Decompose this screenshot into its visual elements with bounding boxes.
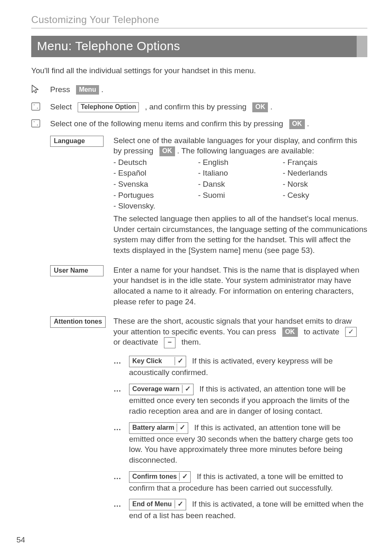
confirm-tones-name: Confirm tones — [129, 472, 179, 482]
press-label: Press — [50, 85, 70, 94]
select-label-1: Select — [50, 102, 72, 111]
lang-col1-2: - Svenska — [113, 179, 198, 190]
check-icon: ✓ — [177, 423, 188, 433]
check-chip-activate: ✓ — [345, 327, 357, 337]
coverage-warn-chip: Coverage warn✓ — [129, 384, 194, 395]
attention-intro-d: them. — [181, 338, 201, 346]
section-title: Menu: Telephone Options — [37, 39, 180, 53]
confirm-text-1: , and confirm this by pressing — [145, 102, 247, 111]
page-container: Customizing Your Telephone Menu: Telepho… — [0, 0, 392, 556]
coverage-warn-name: Coverage warn — [129, 385, 182, 395]
battery-alarm-chip: Battery alarm✓ — [129, 422, 188, 434]
lang-col3-0: - Français — [283, 157, 367, 168]
language-row: Language Select one of the available lan… — [31, 135, 367, 256]
dots-icon: … — [113, 356, 129, 366]
ok-chip-3: OK — [159, 146, 175, 156]
sub-end-of-menu: … End of Menu✓ If this is activated, a t… — [113, 499, 367, 521]
step-select-option: Select Telephone Option , and confirm th… — [31, 102, 367, 113]
step-select-following: Select one of the following menu items a… — [31, 118, 367, 130]
period-3: . — [307, 119, 309, 128]
language-para2: The selected language then applies to al… — [113, 213, 367, 256]
svg-rect-3 — [32, 120, 40, 127]
lang-col2-1: - Italiano — [198, 168, 283, 178]
svg-point-1 — [34, 104, 35, 105]
language-line1b: . The following languages are available: — [177, 146, 314, 155]
language-label: Language — [50, 136, 104, 147]
attention-row: Attention tones These are the short, aco… — [31, 316, 367, 521]
lang-col3-2: - Norsk — [283, 179, 367, 190]
dots-icon: … — [113, 499, 129, 510]
svg-point-2 — [37, 108, 38, 109]
key-click-name: Key Click — [129, 357, 175, 367]
sub-coverage-warn: … Coverage warn✓ If this is activated, a… — [113, 384, 367, 416]
ok-chip-1: OK — [252, 102, 268, 112]
check-icon: ✓ — [175, 356, 186, 367]
username-text: Enter a name for your handset. This is t… — [113, 266, 359, 306]
select-following-text: Select one of the following menu items a… — [50, 119, 283, 128]
chapter-heading: Customizing Your Telephone — [31, 14, 367, 25]
check-icon: ✓ — [182, 384, 193, 395]
username-label: User Name — [50, 265, 104, 277]
intro-text: You'll find all the individual settings … — [31, 65, 367, 76]
lang-col1-1: - Español — [113, 168, 198, 178]
svg-point-4 — [34, 121, 35, 122]
section-title-band: Menu: Telephone Options — [31, 36, 367, 57]
attention-label: Attention tones — [50, 316, 106, 328]
step-press-menu: Press Menu . — [31, 84, 367, 96]
end-of-menu-name: End of Menu — [129, 500, 175, 510]
sub-key-click: … Key Click✓ If this is activated, every… — [113, 356, 367, 378]
nav-icon-2 — [31, 118, 50, 130]
language-table: - Deutsch - Español - Svenska - Portugue… — [113, 157, 367, 212]
dots-icon: … — [113, 471, 129, 482]
battery-alarm-name: Battery alarm — [129, 423, 177, 433]
lang-col1-0: - Deutsch — [113, 157, 198, 168]
lang-col2-0: - English — [198, 157, 283, 168]
dots-icon: … — [113, 422, 129, 433]
svg-point-5 — [37, 125, 38, 125]
lang-col1-3: - Portugues — [113, 190, 198, 201]
lang-col2-3: - Suomi — [198, 190, 283, 201]
menu-chip: Menu — [76, 85, 99, 95]
check-icon: ✓ — [180, 472, 190, 482]
page-number: 54 — [16, 535, 25, 544]
lang-col3-3: - Cesky — [283, 190, 367, 201]
period-2: . — [270, 102, 272, 111]
lang-col1-4: - Slovensky. — [113, 201, 198, 211]
username-row: User Name Enter a name for your handset.… — [31, 265, 367, 307]
attention-intro-c: or deactivate — [113, 338, 158, 346]
body-content: You'll find all the individual settings … — [31, 65, 367, 521]
key-click-chip: Key Click✓ — [129, 356, 186, 367]
check-icon: ✓ — [175, 499, 186, 510]
end-of-menu-chip: End of Menu✓ — [129, 499, 186, 510]
sub-battery-alarm: … Battery alarm✓ If this is activated, a… — [113, 422, 367, 466]
svg-rect-0 — [32, 103, 40, 110]
sub-confirm-tones: … Confirm tones✓ If this is activated, a… — [113, 471, 367, 493]
lang-col3-1: - Nederlands — [283, 168, 367, 178]
confirm-tones-chip: Confirm tones✓ — [129, 471, 191, 483]
lang-col2-2: - Dansk — [198, 179, 283, 190]
period-1: . — [101, 85, 103, 94]
ok-chip-4: OK — [282, 327, 298, 337]
nav-icon — [31, 102, 50, 113]
chapter-rule — [31, 28, 367, 28]
ok-chip-2: OK — [289, 119, 305, 129]
dots-icon: … — [113, 384, 129, 394]
attention-intro-b: to activate — [304, 327, 339, 336]
telephone-option-chip: Telephone Option — [78, 102, 139, 112]
cursor-icon — [31, 84, 50, 96]
minus-chip: – — [164, 337, 175, 348]
